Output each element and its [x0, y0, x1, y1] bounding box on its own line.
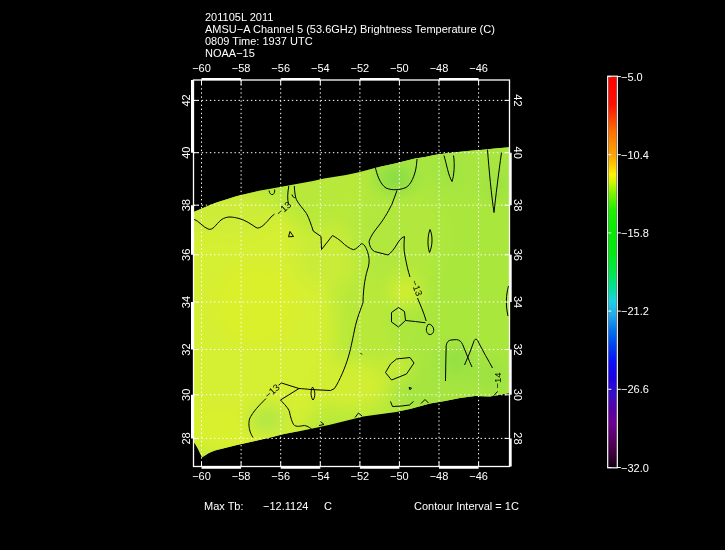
svg-text:−54: −54 [311, 62, 330, 74]
svg-text:−52: −52 [351, 62, 370, 74]
svg-text:−10.4: −10.4 [621, 149, 649, 161]
svg-text:36: 36 [180, 249, 192, 261]
svg-text:−46: −46 [469, 62, 488, 74]
svg-text:36: 36 [512, 249, 524, 261]
svg-text:−58: −58 [232, 62, 251, 74]
svg-text:32: 32 [512, 343, 524, 355]
svg-text:−48: −48 [430, 62, 449, 74]
svg-text:30: 30 [180, 389, 192, 401]
svg-text:34: 34 [512, 296, 524, 308]
svg-text:−5.0: −5.0 [621, 71, 643, 83]
svg-text:28: 28 [512, 432, 524, 444]
svg-text:−50: −50 [390, 62, 409, 74]
svg-text:−54: −54 [311, 470, 330, 482]
svg-text:−58: −58 [232, 470, 251, 482]
svg-text:−50: −50 [390, 470, 409, 482]
svg-text:42: 42 [512, 94, 524, 106]
svg-text:42: 42 [180, 94, 192, 106]
svg-text:−52: −52 [351, 470, 370, 482]
svg-text:−14: −14 [492, 372, 503, 388]
svg-text:−60: −60 [192, 62, 211, 74]
svg-text:−21.2: −21.2 [621, 305, 649, 317]
svg-text:−15.8: −15.8 [621, 227, 649, 239]
svg-text:−56: −56 [271, 62, 290, 74]
svg-text:40: 40 [180, 147, 192, 159]
svg-text:−56: −56 [271, 470, 290, 482]
svg-text:28: 28 [180, 432, 192, 444]
svg-text:−46: −46 [469, 470, 488, 482]
svg-text:40: 40 [512, 147, 524, 159]
svg-text:30: 30 [512, 389, 524, 401]
svg-text:32: 32 [180, 343, 192, 355]
svg-text:−32.0: −32.0 [621, 462, 649, 474]
svg-text:−26.6: −26.6 [621, 383, 649, 395]
svg-text:38: 38 [512, 199, 524, 211]
svg-text:−48: −48 [430, 470, 449, 482]
svg-text:34: 34 [180, 296, 192, 308]
svg-text:38: 38 [180, 199, 192, 211]
svg-text:−60: −60 [192, 470, 211, 482]
